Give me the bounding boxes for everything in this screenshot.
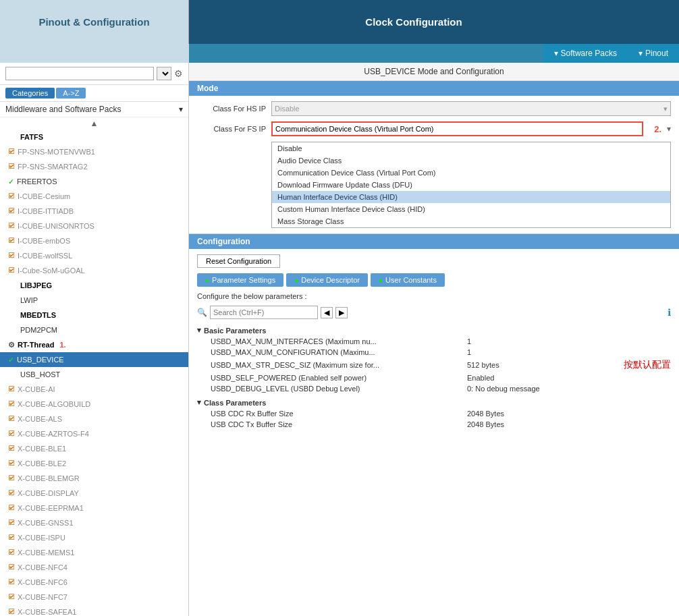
middleware-category[interactable]: Middleware and Software Packs ▾ <box>0 102 188 117</box>
dropdown-popup: Disable Audio Device Class Communication… <box>271 142 671 228</box>
x-icon: 🗹 <box>8 161 15 173</box>
search-select[interactable] <box>157 67 171 80</box>
list-item[interactable]: 🗹I-CUBE-embOS <box>0 233 188 248</box>
list-item[interactable]: 🗹X-CUBE-BLE2 <box>0 456 188 471</box>
table-row: USBD_MAX_NUM_CONFIGURATION (Maximu... 1 <box>197 347 671 358</box>
list-item[interactable]: 🗹X-CUBE-GNSS1 <box>0 515 188 530</box>
list-item[interactable]: LWIP <box>0 293 188 308</box>
reset-configuration-button[interactable]: Reset Configuration <box>197 254 280 268</box>
list-item[interactable]: 🗹X-CUBE-SAFEA1 <box>0 605 188 616</box>
x-icon: 🗹 <box>8 561 15 573</box>
hs-ip-dropdown[interactable]: Disable ▾ <box>271 101 671 116</box>
option-disable[interactable]: Disable <box>272 142 670 155</box>
sidebar-item-label: X-CUBE-BLE1 <box>18 443 66 455</box>
option-audio[interactable]: Audio Device Class <box>272 155 670 167</box>
x-icon: 🗹 <box>8 576 15 588</box>
list-item[interactable]: MBEDTLS <box>0 308 188 323</box>
list-item[interactable]: 🗹X-CUBE-AI <box>0 382 188 397</box>
list-item[interactable]: 🗹X-CUBE-MEMS1 <box>0 545 188 560</box>
list-item[interactable]: 🗹X-CUBE-AZRTOS-F4 <box>0 426 188 441</box>
header-right <box>639 0 679 44</box>
tab-user-constants[interactable]: ● User Constants <box>371 273 445 287</box>
list-item[interactable]: FATFS <box>0 130 188 144</box>
class-param-name-1: USB CDC Tx Buffer Size <box>211 420 467 428</box>
list-item[interactable]: 🗹I-CUBE-ITTIADB <box>0 204 188 219</box>
basic-params-section: ▾ Basic Parameters USBD_MAX_NUM_INTERFAC… <box>197 325 671 394</box>
list-item[interactable]: 🗹X-CUBE-BLEMGR <box>0 471 188 486</box>
clock-header[interactable]: Clock Configuration <box>189 0 639 44</box>
list-item[interactable]: PDM2PCM <box>0 323 188 337</box>
list-item[interactable]: 🗹FP-SNS-SMARTAG2 <box>0 159 188 174</box>
sub-right: ▾ Software Packs ▾ Pinout <box>189 44 679 63</box>
param-name-2: USBD_MAX_STR_DESC_SIZ (Maximum size for.… <box>211 361 467 369</box>
list-item[interactable]: ⚙RT-Thread1. <box>0 337 188 352</box>
list-item[interactable]: 🗹X-CUBE-DISPLAY <box>0 486 188 501</box>
gear-icon: ⚙ <box>8 339 15 351</box>
fs-ip-row: Class For FS IP Communication Device Cla… <box>197 121 671 136</box>
search-prev-button[interactable]: ◀ <box>321 307 333 318</box>
tab-device-descriptor[interactable]: ● Device Descriptor <box>286 273 368 287</box>
class-params-header[interactable]: ▾ Class Parameters <box>197 397 671 408</box>
sidebar-item-label: I-CUBE-UNISONRTOS <box>18 220 94 232</box>
fs-ip-dropdown[interactable]: Communication Device Class (Virtual Port… <box>271 121 643 136</box>
search-input[interactable] <box>5 67 154 80</box>
list-item[interactable]: USB_HOST <box>0 367 188 382</box>
x-icon: 🗹 <box>8 383 15 395</box>
x-icon: 🗹 <box>8 591 15 603</box>
az-tab[interactable]: A->Z <box>56 88 86 99</box>
search-next-button[interactable]: ▶ <box>335 307 348 318</box>
list-item[interactable]: 🗹X-CUBE-ALGOBUILD <box>0 397 188 412</box>
option-hid[interactable]: Human Interface Device Class (HID) <box>272 191 670 203</box>
list-item[interactable]: 🗹I-CUBE-UNISONRTOS <box>0 219 188 233</box>
option-cdc[interactable]: Communication Device Class (Virtual Port… <box>272 167 670 179</box>
sidebar-item-label: X-CUBE-DISPLAY <box>18 487 79 499</box>
sidebar-item-label: USB_DEVICE <box>17 354 64 366</box>
list-item[interactable]: 🗹X-CUBE-ALS <box>0 412 188 426</box>
list-item[interactable]: 🗹I-CUBE-Cesium <box>0 189 188 204</box>
sidebar-item-label: FP-SNS-SMARTAG2 <box>18 161 88 173</box>
software-packs-button[interactable]: ▾ Software Packs <box>543 44 628 63</box>
categories-tab[interactable]: Categories <box>5 88 55 99</box>
sidebar-item-label: X-CUBE-ISPU <box>18 532 65 544</box>
scroll-up-arrow[interactable]: ▲ <box>0 117 188 130</box>
option-msc[interactable]: Mass Storage Class <box>272 215 670 227</box>
check-icon: ✓ <box>8 354 14 366</box>
sidebar-item-label: X-CUBE-NFC4 <box>18 561 67 573</box>
sidebar-item-label: MBEDTLS <box>20 309 56 321</box>
descriptor-tab-check-icon: ● <box>294 277 298 284</box>
option-dfu[interactable]: Download Firmware Update Class (DFU) <box>272 179 670 191</box>
list-item[interactable]: 🗹I-Cube-SoM-uGOAL <box>0 263 188 278</box>
list-item[interactable]: 🗹X-CUBE-EEPRMA1 <box>0 501 188 515</box>
list-item[interactable]: 🗹X-CUBE-NFC7 <box>0 590 188 605</box>
list-item[interactable]: 🗹X-CUBE-ISPU <box>0 530 188 545</box>
pinout-tab-button[interactable]: ▾ Pinout <box>628 44 679 63</box>
list-item[interactable]: 🗹I-CUBE-wolfSSL <box>0 248 188 263</box>
list-item[interactable]: 🗹FP-SNS-MOTENVWB1 <box>0 144 188 159</box>
up-arrow-icon: ▲ <box>90 119 99 128</box>
x-icon: 🗹 <box>8 220 15 232</box>
hs-ip-row: Class For HS IP Disable ▾ <box>197 101 671 116</box>
sidebar-item-label: X-CUBE-NFC7 <box>18 591 67 603</box>
x-icon: 🗹 <box>8 250 15 262</box>
x-icon: 🗹 <box>8 502 15 514</box>
x-icon: 🗹 <box>8 472 15 484</box>
tab-parameter-settings[interactable]: ● Parameter Settings <box>197 273 283 287</box>
basic-params-header[interactable]: ▾ Basic Parameters <box>197 325 671 336</box>
list-item[interactable]: ✓USB_DEVICE <box>0 352 188 367</box>
x-icon: 🗹 <box>8 190 15 202</box>
option-custom-hid[interactable]: Custom Human Interface Device Class (HID… <box>272 203 670 215</box>
param-search-input[interactable] <box>210 306 318 319</box>
list-item[interactable]: LIBJPEG <box>0 278 188 293</box>
config-header: Configuration <box>189 234 679 249</box>
settings-icon[interactable]: ⚙ <box>174 68 183 79</box>
x-icon: 🗹 <box>8 264 15 277</box>
fs-ip-value: Communication Device Class (Virtual Port… <box>275 125 434 133</box>
config-tab-bar: ● Parameter Settings ● Device Descriptor… <box>197 273 671 287</box>
step2-label: 2. <box>654 124 661 134</box>
list-item[interactable]: 🗹X-CUBE-NFC6 <box>0 575 188 590</box>
list-item[interactable]: ✓FREERTOS <box>0 174 188 189</box>
sidebar-item-label: I-CUBE-wolfSSL <box>18 250 72 262</box>
list-item[interactable]: 🗹X-CUBE-BLE1 <box>0 441 188 456</box>
hs-ip-value: Disable <box>275 105 300 113</box>
list-item[interactable]: 🗹X-CUBE-NFC4 <box>0 560 188 575</box>
